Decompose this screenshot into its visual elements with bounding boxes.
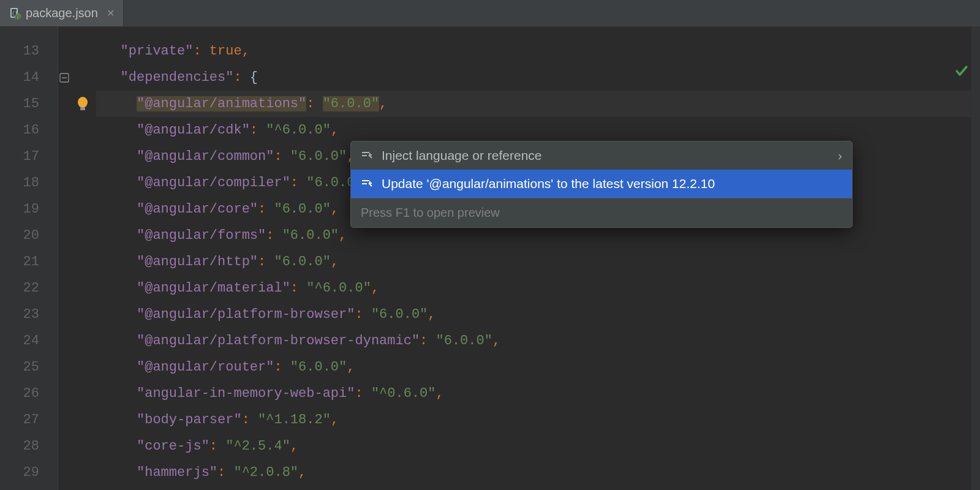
code-line[interactable]: "private": true, <box>96 38 980 64</box>
line-number: 16 <box>0 117 58 143</box>
line-number: 27 <box>0 407 58 433</box>
code-line[interactable]: "@angular/platform-browser": "6.0.0", <box>96 301 980 328</box>
code-line[interactable]: "hammerjs": "^2.0.8", <box>96 459 980 486</box>
svg-text:{}: {} <box>15 15 20 20</box>
line-number: 26 <box>0 380 58 407</box>
icon-strip <box>72 27 96 490</box>
line-number: 14 <box>0 64 58 91</box>
inspection-ok-icon[interactable] <box>954 64 969 83</box>
line-number: 24 <box>0 328 58 354</box>
intention-action-icon <box>361 178 373 190</box>
code-line[interactable]: "dependencies": { <box>96 64 980 91</box>
intention-popup: Inject language or reference›Update '@an… <box>350 141 853 228</box>
svg-point-7 <box>78 97 88 108</box>
fold-strip <box>58 27 72 490</box>
code-line[interactable]: "@angular/platform-browser-dynamic": "6.… <box>96 328 980 354</box>
svg-rect-8 <box>80 107 85 110</box>
fold-toggle-icon[interactable] <box>58 72 70 84</box>
code-line[interactable]: "core-js": "^2.5.4", <box>96 433 980 459</box>
line-number: 28 <box>0 433 58 459</box>
code-line[interactable]: "@angular/cdk": "^6.0.0", <box>96 117 980 143</box>
editor: 1314151617181920212223242526272829 "priv… <box>0 27 980 490</box>
intention-action[interactable]: Inject language or reference› <box>351 141 852 170</box>
code-line[interactable]: "@angular/http": "6.0.0", <box>96 249 980 275</box>
code-line[interactable]: "@angular/animations": "6.0.0", <box>96 91 980 117</box>
popup-hint: Press F1 to open preview <box>351 198 852 227</box>
json-file-icon: {} {} <box>9 7 21 20</box>
line-number: 23 <box>0 301 58 328</box>
line-number: 18 <box>0 170 58 196</box>
intention-action-label: Update '@angular/animations' to the late… <box>382 176 842 191</box>
code-line[interactable]: "@angular/material": "^6.0.0", <box>96 275 980 301</box>
line-number: 25 <box>0 354 58 380</box>
line-number: 22 <box>0 275 58 301</box>
tab-filename: package.json <box>26 6 98 20</box>
line-number: 29 <box>0 459 58 486</box>
line-number: 17 <box>0 143 58 170</box>
line-number: 19 <box>0 196 58 222</box>
line-number-gutter: 1314151617181920212223242526272829 <box>0 27 58 490</box>
intention-bulb-icon[interactable] <box>75 96 91 111</box>
line-number: 13 <box>0 38 58 64</box>
line-number: 15 <box>0 91 58 117</box>
tab-bar: {} {} package.json ✕ <box>0 0 980 27</box>
chevron-right-icon: › <box>838 148 842 163</box>
line-number: 20 <box>0 222 58 249</box>
code-line[interactable]: "angular-in-memory-web-api": "^0.6.0", <box>96 380 980 407</box>
intention-action-label: Inject language or reference <box>382 148 829 163</box>
close-tab-icon[interactable]: ✕ <box>107 7 115 19</box>
intention-action[interactable]: Update '@angular/animations' to the late… <box>351 170 852 198</box>
tab-package-json[interactable]: {} {} package.json ✕ <box>0 0 124 26</box>
code-line[interactable]: "body-parser": "^1.18.2", <box>96 407 980 433</box>
code-line[interactable]: "@angular/router": "6.0.0", <box>96 354 980 380</box>
code-area[interactable]: "private": true, "dependencies": { "@ang… <box>96 27 980 490</box>
intention-action-icon <box>361 149 373 162</box>
vertical-scrollbar[interactable] <box>971 27 980 490</box>
line-number: 21 <box>0 249 58 275</box>
